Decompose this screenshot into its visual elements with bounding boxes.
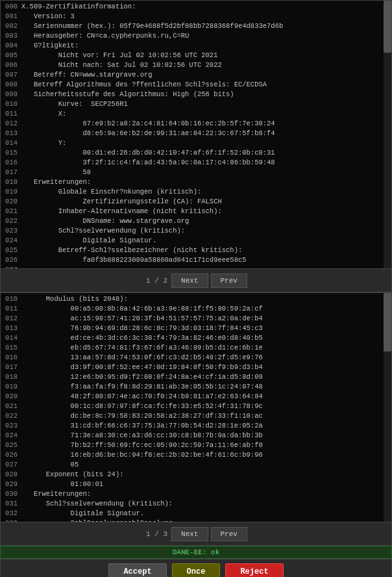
table-row: 003 Herausgeber: CN=ca.cypherpunks.ru,C=… [3,31,389,41]
line-content: d8:e5:9a:6e:b2:de:99:31:ae:84:22:3c:67:5… [21,129,389,138]
line-content: G?ltigkeit: [21,41,389,51]
line-content: Schl?sselverwendung (kritisch): [21,499,389,509]
line-content: 00:1c:d8:97:97:8f:ca:fc:fe:33:e5:52:4f:3… [21,402,389,411]
table-row: 015 eb:d5:67:74:81:f3:67:6f:a3:46:89:b5:… [3,343,389,353]
table-row: 011 X: [3,109,389,119]
line-content: Modulus (bits 2048): [21,294,389,304]
action-bar: Accept Once Reject [0,559,392,577]
line-number: 022 [3,216,21,226]
table-row: 004 G?ltigkeit: [3,41,389,51]
line-content: 05 [21,460,389,470]
table-row: 017 d3:9f:00:8f:52:ee:47:0d:19:84:8f:50:… [3,363,389,372]
next-button-top[interactable]: Next [171,274,208,288]
line-number: 014 [3,333,21,343]
line-number: 024 [3,236,21,246]
table-row: 025 Betreff-Schl?sselbezeichner (nicht k… [3,246,389,255]
scrollbar-thumb-bottom[interactable] [384,293,391,352]
line-content: 71:3e:a8:30:ce:a3:d6:cc:30:c8:b8:7b:9a:d… [21,431,389,441]
table-row: 020 Zertifizierungsstelle (CA): FALSCH [3,197,389,207]
line-content: ed:ce:4b:3d:c6:3c:38:f4:79:3a:82:46:e0:d… [21,333,389,343]
status-text: DANE-EE: ok [173,548,220,556]
line-content: Betreff: CN=www.stargrave.org [21,70,389,80]
panel-top: 000X.509-Zertifikatinformation:001 Versi… [0,0,392,292]
table-row: 001 Version: 3 [3,12,389,21]
table-row: 016 13:aa:57:8d:74:53:0f:6f:c3:d2:b5:49:… [3,353,389,363]
line-content: dc:be:8c:79:58:83:20:58:a2:38:27:df:33:f… [21,411,389,421]
line-content: Globale Einschr?nkungen (kritisch): [21,187,389,197]
line-content: 13:aa:57:8d:74:53:0f:6f:c3:d2:b5:49:2f:d… [21,353,389,363]
table-row: 010 Kurve: SECP256R1 [3,99,389,109]
line-number: 022 [3,411,21,421]
line-content: Sicherheitsstufe des Algorithmus: High (… [21,90,389,99]
line-content: Betreff-Schl?sselbezeichner (nicht kriti… [21,246,389,255]
line-content: Digitale Signatur. [21,236,389,246]
line-content: Erweiterungen: [21,489,389,499]
line-number: 011 [3,109,21,119]
prev-button-bottom[interactable]: Prev [211,527,247,541]
line-content: Herausgeber: CN=ca.cypherpunks.ru,C=RU [21,31,389,41]
line-content: Seriennummer (hex.): 05f79e4688f5d2bf08b… [21,21,389,31]
line-number: 008 [3,80,21,90]
page-info-bottom: 1 / 3 [146,530,167,538]
code-area-top: 000X.509-Zertifikatinformation:001 Versi… [1,1,391,268]
line-number: 005 [3,51,21,60]
table-row: 007 Betreff: CN=www.stargrave.org [3,70,389,80]
line-number: 019 [3,382,21,392]
table-row: 029 01:00:01 [3,480,389,489]
line-number: 027 [3,460,21,470]
line-number: 012 [3,314,21,324]
line-number: 013 [3,129,21,138]
line-number: 023 [3,421,21,431]
table-row: 002 Seriennummer (hex.): 05f79e4688f5d2b… [3,21,389,31]
line-content: eb:d5:67:74:81:f3:67:6f:a3:46:89:b5:d1:c… [21,343,389,353]
scrollbar-top[interactable] [384,1,391,268]
table-row: 019 Globale Einschr?nkungen (kritisch): [3,187,389,197]
line-number: 002 [3,21,21,31]
line-number: 015 [3,148,21,158]
line-content: Nicht vor: Fri Jul 02 10:02:56 UTC 2021 [21,51,389,60]
line-number: 011 [3,304,21,314]
line-content: f3:aa:fa:f9:f8:8d:29:81:ab:3e:05:5b:1c:2… [21,382,389,392]
line-number: 019 [3,187,21,197]
next-button-bottom[interactable]: Next [171,527,208,541]
line-content: 16:eb:d6:be:bc:94:f8:ec:2b:02:be:4f:61:6… [21,450,389,460]
line-number: 010 [3,294,21,304]
line-content: Digitale Signatur. [21,509,389,519]
line-number: 001 [3,12,21,21]
table-row: 012 67:e9:b2:a8:2a:c4:81:64:0b:16:ec:2b:… [3,119,389,129]
line-content: 7b:b2:ff:50:69:fc:ec:05:90:2c:59:7a:11:6… [21,441,389,450]
table-row: 027 05 [3,460,389,470]
table-row: 014 Y: [3,138,389,148]
table-row: 017 58 [3,168,389,177]
table-row: 018 Erweiterungen: [3,177,389,187]
line-number: 007 [3,70,21,80]
line-number: 016 [3,158,21,168]
table-row: 018 12:e6:b0:95:d9:f2:08:0f:24:8a:e4:cf:… [3,372,389,382]
table-row: 013 d8:e5:9a:6e:b2:de:99:31:ae:84:22:3c:… [3,129,389,138]
line-content: Kurve: SECP256R1 [21,99,389,109]
panel-bottom: 010 Modulus (bits 2048):011 00:a5:00:8b:… [0,292,392,546]
table-row: 000X.509-Zertifikatinformation: [3,2,389,12]
line-number: 032 [3,509,21,519]
table-row: 005 Nicht vor: Fri Jul 02 10:02:56 UTC 2… [3,51,389,60]
status-bar: DANE-EE: ok [0,546,392,559]
accept-button[interactable]: Accept [108,563,166,577]
table-row: 032 Digitale Signatur. [3,509,389,519]
once-button[interactable]: Once [172,563,221,577]
line-number: 017 [3,363,21,372]
scrollbar-bottom[interactable] [384,293,391,522]
line-number: 015 [3,343,21,353]
scrollbar-thumb-top[interactable] [384,1,391,53]
table-row: 014 ed:ce:4b:3d:c6:3c:38:f4:79:3a:82:46:… [3,333,389,343]
line-content: 48:2f:80:07:4e:ac:70:f0:24:b9:81:a7:e2:6… [21,392,389,402]
line-number: 013 [3,324,21,333]
table-row: 020 48:2f:80:07:4e:ac:70:f0:24:b9:81:a7:… [3,392,389,402]
line-number: 021 [3,207,21,216]
table-row: 008 Betreff Algorithmus des ?ffentlichen… [3,80,389,90]
reject-button[interactable]: Reject [225,563,283,577]
prev-button-top[interactable]: Prev [211,274,247,288]
table-row: 011 00:a5:00:8b:8a:42:6b:a3:9e:88:1f:f5:… [3,304,389,314]
line-number: 016 [3,353,21,363]
line-content: Nicht nach: Sat Jul 02 10:02:56 UTC 2022 [21,60,389,70]
table-row: 026 fa0f3b888223089a58860ad641c171cd9eee… [3,255,389,265]
